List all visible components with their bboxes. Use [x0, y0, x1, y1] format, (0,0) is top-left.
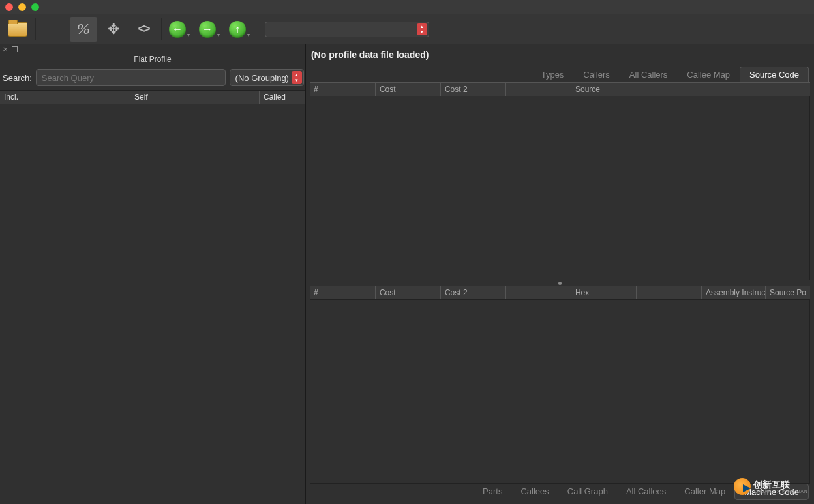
column-asm[interactable]: Assembly Instruct — [701, 286, 765, 299]
search-input[interactable] — [36, 69, 226, 86]
split-handle[interactable] — [306, 280, 814, 286]
tab-caller-map[interactable]: Caller Map — [675, 484, 734, 500]
column-cost[interactable]: Cost — [375, 286, 440, 299]
bottom-tab-strip: Parts Callees Call Graph All Callees Cal… — [306, 484, 814, 504]
grip-icon — [558, 282, 562, 285]
percent-icon: % — [77, 20, 90, 38]
column-blank[interactable] — [505, 83, 571, 96]
arrow-left-icon: ← — [172, 23, 183, 35]
column-cost2[interactable]: Cost 2 — [440, 286, 505, 299]
close-window-button[interactable] — [5, 3, 13, 11]
folder-icon — [8, 22, 27, 37]
top-tab-strip: Types Callers All Callers Callee Map Sou… — [306, 67, 814, 82]
nav-forward-button[interactable]: → ▾ — [196, 17, 223, 42]
toolbar-separator — [35, 18, 36, 40]
toolbar-separator — [161, 18, 162, 40]
tab-callees[interactable]: Callees — [511, 484, 558, 500]
move-icon: ✥ — [108, 21, 119, 38]
percent-toggle-button[interactable]: % — [70, 17, 97, 42]
window-controls — [5, 3, 39, 11]
arrow-right-icon: → — [202, 23, 213, 35]
column-srcpos[interactable]: Source Po — [765, 286, 810, 299]
column-num[interactable]: # — [310, 286, 375, 299]
pane-title: Flat Profile — [0, 53, 305, 68]
grouping-combo[interactable]: (No Grouping) ▴▾ — [230, 69, 304, 86]
source-header: # Cost Cost 2 Source — [310, 82, 810, 96]
tab-callee-map[interactable]: Callee Map — [677, 67, 740, 82]
column-cost2[interactable]: Cost 2 — [440, 83, 505, 96]
pane-handle: ✕ — [0, 44, 305, 53]
right-pane: (No profile data file loaded) Types Call… — [306, 44, 814, 504]
column-source[interactable]: Source — [571, 83, 810, 96]
tab-all-callers[interactable]: All Callers — [620, 67, 678, 82]
nav-back-button[interactable]: ← ▾ — [166, 17, 193, 42]
combo-stepper-icon[interactable]: ▴▾ — [417, 23, 427, 35]
float-pane-button[interactable] — [12, 46, 18, 52]
flat-profile-body[interactable] — [0, 104, 305, 504]
cycle-detection-button[interactable]: <> — [130, 17, 157, 42]
tab-types[interactable]: Types — [532, 67, 574, 82]
tab-all-callees[interactable]: All Callees — [617, 484, 675, 500]
tab-machine-code[interactable]: Machine Code — [734, 484, 809, 500]
flat-profile-header: Incl. Self Called — [0, 90, 305, 104]
nav-up-button[interactable]: ↑ ▾ — [226, 17, 253, 42]
zoom-window-button[interactable] — [31, 3, 39, 11]
column-hex[interactable]: Hex — [571, 286, 636, 299]
main-toolbar: % ✥ <> ← ▾ → ▾ ↑ ▾ ▴▾ — [0, 14, 814, 44]
chevron-down-icon[interactable]: ▾ — [187, 32, 190, 38]
column-incl[interactable]: Incl. — [0, 91, 130, 104]
open-file-button[interactable] — [4, 17, 31, 42]
chevron-down-icon[interactable]: ▾ — [247, 32, 250, 38]
assembly-body[interactable] — [310, 300, 810, 484]
tab-call-graph[interactable]: Call Graph — [558, 484, 617, 500]
tab-parts[interactable]: Parts — [474, 484, 511, 500]
tab-source-code[interactable]: Source Code — [740, 67, 809, 82]
flat-profile-pane: ✕ Flat Profile Search: (No Grouping) ▴▾ … — [0, 44, 306, 504]
column-num[interactable]: # — [310, 83, 375, 96]
search-label: Search: — [1, 73, 32, 83]
assembly-header: # Cost Cost 2 Hex Assembly Instruct Sour… — [310, 286, 810, 300]
grouping-value: (No Grouping) — [235, 73, 289, 83]
function-combo[interactable]: ▴▾ — [265, 22, 429, 37]
source-body[interactable] — [310, 96, 810, 280]
main-area: ✕ Flat Profile Search: (No Grouping) ▴▾ … — [0, 44, 814, 504]
move-button[interactable]: ✥ — [100, 17, 127, 42]
column-blank2[interactable] — [636, 286, 701, 299]
tab-callers[interactable]: Callers — [573, 67, 619, 82]
column-blank[interactable] — [505, 286, 571, 299]
combo-stepper-icon[interactable]: ▴▾ — [292, 71, 302, 84]
arrow-up-icon: ↑ — [235, 23, 240, 35]
minimize-window-button[interactable] — [18, 3, 26, 11]
column-called[interactable]: Called — [260, 91, 305, 104]
close-pane-button[interactable]: ✕ — [3, 46, 8, 53]
reload-button[interactable] — [40, 17, 67, 42]
chevron-down-icon[interactable]: ▾ — [217, 32, 220, 38]
profile-status-label: (No profile data file loaded) — [306, 44, 814, 67]
window-titlebar — [0, 0, 814, 14]
search-row: Search: (No Grouping) ▴▾ — [0, 68, 305, 90]
code-icon: <> — [138, 22, 149, 36]
column-cost[interactable]: Cost — [375, 83, 440, 96]
column-self[interactable]: Self — [130, 91, 260, 104]
